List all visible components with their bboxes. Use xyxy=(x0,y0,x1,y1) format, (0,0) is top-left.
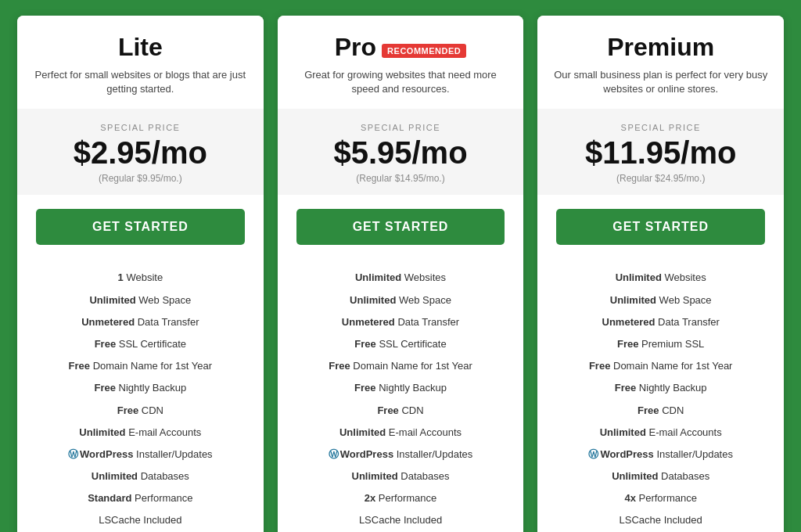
plan-title-pro: Pro xyxy=(335,33,376,62)
feature-bold: Free xyxy=(617,338,638,350)
feature-bold: Unlimited xyxy=(610,294,656,306)
feature-item: Free Premium SSL xyxy=(550,333,771,355)
feature-bold: Free xyxy=(95,338,116,350)
price-regular-premium: (Regular $24.95/mo.) xyxy=(550,173,771,184)
feature-item: Unlimited E-mail Accounts xyxy=(290,422,512,444)
plan-header-premium: PremiumOur small business plan is perfec… xyxy=(537,16,784,109)
feature-item: Unlimited Databases xyxy=(550,466,771,487)
price-section-premium: SPECIAL PRICE$11.95/mo(Regular $24.95/mo… xyxy=(537,109,784,195)
plan-card-premium: PremiumOur small business plan is perfec… xyxy=(537,16,784,532)
feature-item: Free SSL Certificate xyxy=(290,333,512,355)
wordpress-icon: Ⓦ xyxy=(588,448,598,462)
price-main-lite: $2.95/mo xyxy=(30,135,251,170)
feature-bold: Free xyxy=(329,360,350,372)
feature-item: 2x Performance xyxy=(290,487,512,509)
feature-item: 1 Website xyxy=(30,267,251,289)
feature-bold: Unlimited xyxy=(350,294,396,306)
feature-item: Unlimited Web Space xyxy=(30,289,251,311)
feature-item: Unmetered Data Transfer xyxy=(550,311,771,333)
feature-bold: Unlimited xyxy=(92,470,138,482)
feature-item: Free Domain Name for 1st Year xyxy=(30,355,251,377)
feature-bold: Free xyxy=(354,382,375,394)
feature-bold: Unlimited xyxy=(352,470,398,482)
feature-item: LSCache Included xyxy=(290,509,512,531)
cta-section-pro: GET STARTED xyxy=(278,195,524,259)
feature-item: Unlimited Websites xyxy=(290,267,512,289)
feature-item: Unlimited Databases xyxy=(290,466,512,487)
feature-bold: Free xyxy=(638,404,659,416)
cta-button-lite[interactable]: GET STARTED xyxy=(36,209,245,245)
cta-section-premium: GET STARTED xyxy=(537,195,784,259)
feature-item: Ⓦ WordPress Installer/Updates xyxy=(290,444,512,466)
price-section-pro: SPECIAL PRICE$5.95/mo(Regular $14.95/mo.… xyxy=(278,109,524,195)
special-price-label: SPECIAL PRICE xyxy=(550,123,771,132)
plan-card-lite: LitePerfect for small websites or blogs … xyxy=(17,16,264,532)
feature-bold: Free xyxy=(377,404,398,416)
feature-bold: Free xyxy=(94,382,115,394)
special-price-label: SPECIAL PRICE xyxy=(30,123,251,132)
feature-bold: Unlimited xyxy=(89,294,135,306)
feature-item: Free Nightly Backup xyxy=(290,377,512,399)
feature-item: Unlimited Websites xyxy=(550,267,771,289)
feature-bold: Free xyxy=(589,360,610,372)
feature-bold: 1 xyxy=(118,271,124,283)
feature-bold: Unlimited xyxy=(616,271,662,283)
feature-item: Standard Performance xyxy=(30,487,251,509)
plan-title-lite: Lite xyxy=(118,33,163,62)
price-regular-lite: (Regular $9.95/mo.) xyxy=(30,173,251,184)
plans-container: LitePerfect for small websites or blogs … xyxy=(17,16,784,532)
feature-bold: 2x xyxy=(365,492,375,504)
feature-item: Ⓦ WordPress Installer/Updates xyxy=(30,444,251,466)
feature-bold: Unlimited xyxy=(79,426,125,438)
feature-bold: WordPress xyxy=(340,448,393,460)
price-main-pro: $5.95/mo xyxy=(290,135,512,170)
feature-item: LSCache Included xyxy=(30,509,251,531)
plan-subtitle-pro: Great for growing websites that need mor… xyxy=(290,68,512,96)
feature-bold: Unlimited xyxy=(355,271,401,283)
feature-item: Free Domain Name for 1st Year xyxy=(290,355,512,377)
wordpress-icon: Ⓦ xyxy=(329,448,339,462)
feature-item: Unlimited Web Space xyxy=(550,289,771,311)
feature-item: Unmetered Data Transfer xyxy=(290,311,512,333)
feature-item: Free Nightly Backup xyxy=(550,377,771,399)
feature-item: Free SSL Certificate xyxy=(30,333,251,355)
feature-item: Free Nightly Backup xyxy=(30,377,251,399)
feature-item: Unlimited Web Space xyxy=(290,289,512,311)
feature-item: Free CDN xyxy=(290,400,512,422)
feature-bold: Free xyxy=(117,404,138,416)
price-main-premium: $11.95/mo xyxy=(550,135,771,170)
feature-item: Free Domain Name for 1st Year xyxy=(550,355,771,377)
feature-bold: Unmetered xyxy=(602,316,656,328)
special-price-label: SPECIAL PRICE xyxy=(290,123,512,132)
feature-bold: WordPress xyxy=(80,448,133,460)
feature-bold: Unmetered xyxy=(342,316,395,328)
feature-item: 4x Performance xyxy=(550,487,771,509)
feature-item: LSCache Included xyxy=(550,509,771,531)
feature-bold: Standard xyxy=(88,492,131,504)
price-regular-pro: (Regular $14.95/mo.) xyxy=(290,173,512,184)
feature-item: Unlimited E-mail Accounts xyxy=(30,422,251,444)
feature-item: Unmetered Data Transfer xyxy=(30,311,251,333)
plan-subtitle-premium: Our small business plan is perfect for v… xyxy=(550,68,771,96)
cta-button-pro[interactable]: GET STARTED xyxy=(296,209,505,245)
cta-section-lite: GET STARTED xyxy=(17,195,264,259)
feature-bold: 4x xyxy=(624,492,635,504)
feature-item: Unlimited Databases xyxy=(30,466,251,487)
feature-bold: Free xyxy=(615,382,636,394)
cta-button-premium[interactable]: GET STARTED xyxy=(556,209,765,245)
feature-bold: Unmetered xyxy=(81,316,135,328)
feature-item: Free CDN xyxy=(550,400,771,422)
features-section-premium: Unlimited WebsitesUnlimited Web SpaceUnm… xyxy=(537,259,784,532)
feature-bold: Unlimited xyxy=(600,426,646,438)
plan-title-premium: Premium xyxy=(607,33,714,62)
features-section-pro: Unlimited WebsitesUnlimited Web SpaceUnm… xyxy=(278,259,524,532)
feature-bold: Free xyxy=(69,360,90,372)
plan-header-lite: LitePerfect for small websites or blogs … xyxy=(17,16,264,109)
feature-bold: WordPress xyxy=(600,448,653,460)
recommended-badge: RECOMMENDED xyxy=(382,44,466,58)
plan-header-pro: ProRECOMMENDEDGreat for growing websites… xyxy=(278,16,524,109)
feature-bold: Free xyxy=(354,338,375,350)
plan-subtitle-lite: Perfect for small websites or blogs that… xyxy=(30,68,251,96)
feature-item: Unlimited E-mail Accounts xyxy=(550,422,771,444)
wordpress-icon: Ⓦ xyxy=(68,448,78,462)
